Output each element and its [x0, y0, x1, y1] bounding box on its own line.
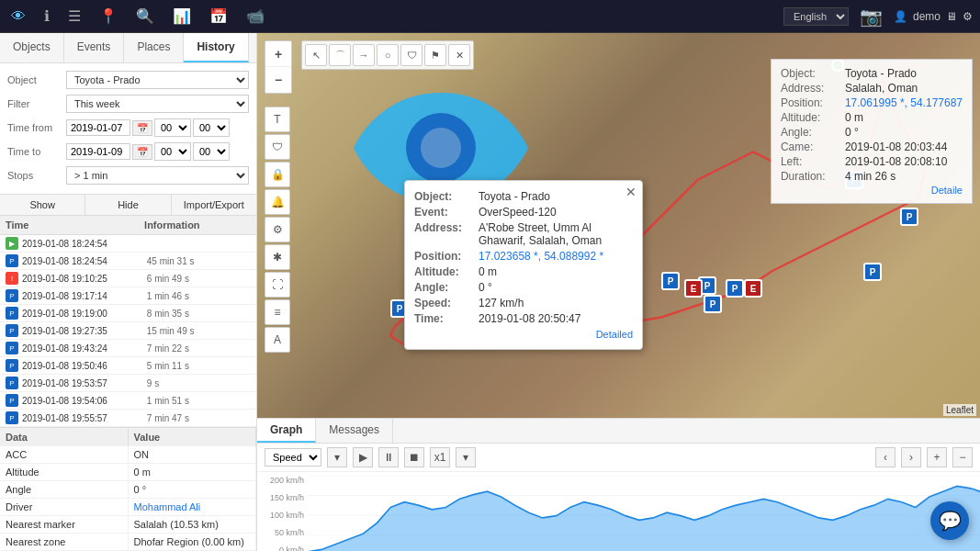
search-icon[interactable]: 🔍	[132, 4, 158, 28]
event-row[interactable]: P2019-01-08 18:24:5445 min 31 s	[0, 253, 256, 270]
e-marker-2[interactable]: E	[744, 279, 762, 298]
data-cell-value: ON	[129, 446, 257, 463]
chart-speed-btn[interactable]: x1	[430, 447, 450, 467]
time-from-min[interactable]: 00	[193, 118, 230, 137]
chart-stop-btn[interactable]: ⏹	[404, 447, 424, 467]
p-marker-3[interactable]: P	[661, 272, 680, 290]
event-info: 45 min 31 s	[147, 256, 251, 266]
map-tool-lock[interactable]: 🔒	[265, 162, 290, 187]
popup-close-btn[interactable]: ✕	[625, 185, 636, 199]
chart-plus-btn[interactable]: +	[927, 447, 947, 467]
hide-button[interactable]: Hide	[85, 195, 171, 215]
y-label-150: 150 km/h	[270, 493, 304, 502]
info-icon[interactable]: ℹ	[40, 4, 53, 28]
chart-pause-btn[interactable]: ⏸	[378, 447, 399, 467]
top-toolbar: 👁 ℹ ☰ 📍 🔍 📊 📅 📹 English 📷 👤 demo 🖥 ⚙	[0, 0, 980, 33]
ep2-marker[interactable]: P	[704, 295, 722, 313]
map-tool-fullscreen[interactable]: ⛶	[265, 272, 290, 298]
time-from-hour[interactable]: 00	[154, 118, 191, 137]
event-row[interactable]: P2019-01-08 19:53:579 s	[0, 375, 256, 392]
map-tool-arrow[interactable]: A	[265, 327, 290, 353]
chart-prev-btn[interactable]: ‹	[875, 447, 896, 467]
map-tool-shield[interactable]: 🛡	[265, 134, 290, 160]
arrow-btn[interactable]: →	[353, 44, 375, 66]
y-label-0: 0 km/h	[279, 545, 304, 551]
menu-icon[interactable]: ☰	[64, 4, 84, 28]
tab-history[interactable]: History	[184, 33, 248, 62]
circle-btn[interactable]: ○	[377, 44, 399, 66]
time-to-date[interactable]	[66, 143, 130, 160]
chat-bubble[interactable]: 💬	[930, 501, 969, 540]
data-cell-value: 0 m	[129, 464, 257, 480]
data-cell-value[interactable]: Mohammad Ali	[129, 499, 257, 515]
close-draw-btn[interactable]: ✕	[448, 44, 470, 66]
map-tool-asterisk[interactable]: ✱	[265, 244, 290, 270]
flag-btn[interactable]: ⚑	[424, 44, 446, 66]
event-icon: P	[6, 254, 18, 267]
stops-select[interactable]: > 1 min	[66, 166, 249, 185]
map-tool-bell[interactable]: 🔔	[265, 189, 290, 215]
map-tool-text[interactable]: T	[265, 107, 290, 132]
tab-objects[interactable]: Objects	[0, 33, 64, 62]
tab-messages[interactable]: Messages	[316, 419, 393, 443]
time-from-calendar-btn[interactable]: 📅	[132, 120, 152, 136]
e-marker-1[interactable]: E	[684, 279, 703, 298]
tab-events[interactable]: Events	[64, 33, 125, 62]
chart-speed-dropdown[interactable]: ▾	[456, 447, 476, 467]
time-to-calendar-btn[interactable]: 📅	[132, 144, 152, 160]
camera-nav-icon[interactable]: 📷	[860, 6, 883, 28]
chart-play-btn[interactable]: ▶	[353, 447, 373, 467]
event-row[interactable]: P2019-01-08 19:19:008 min 35 s	[0, 305, 256, 322]
settings-icon[interactable]: ⚙	[963, 10, 973, 23]
map-tools-left: T 🛡 🔒 🔔 ⚙ ✱ ⛶ ≡ A	[265, 107, 290, 353]
cursor-btn[interactable]: ↖	[305, 44, 327, 66]
popup-position-value[interactable]: 17.023658 *, 54.088992 *	[479, 250, 603, 263]
time-from-date[interactable]	[66, 119, 130, 136]
event-row[interactable]: P2019-01-08 19:43:247 min 22 s	[0, 340, 256, 357]
event-row[interactable]: P2019-01-08 19:50:465 min 11 s	[0, 357, 256, 375]
chart-dropdown-btn[interactable]: ▾	[327, 447, 347, 467]
event-row[interactable]: ▶2019-01-08 18:24:54	[0, 235, 256, 253]
filter-select[interactable]: This week	[66, 95, 249, 113]
show-button[interactable]: Show	[0, 195, 85, 215]
p-marker-5[interactable]: P	[900, 208, 918, 226]
event-row[interactable]: P2019-01-08 19:55:577 min 47 s	[0, 410, 256, 427]
chart-next-btn[interactable]: ›	[901, 447, 921, 467]
tab-places[interactable]: Places	[124, 33, 184, 62]
location-icon[interactable]: 📍	[96, 4, 121, 28]
info-position-value[interactable]: 17.061995 *, 54.177687	[845, 96, 963, 109]
map-container[interactable]: + − ↖ ⌒ → ○ 🛡 ⚑ ✕ T 🛡 🔒 🔔 ⚙ ✱ ⛶	[257, 33, 980, 418]
event-icon: P	[6, 411, 18, 424]
event-row[interactable]: !2019-01-08 19:10:256 min 49 s	[0, 270, 256, 287]
map-tool-layers[interactable]: ≡	[265, 299, 290, 325]
time-to-min[interactable]: 00	[193, 142, 230, 161]
p-marker-6[interactable]: P	[863, 263, 882, 281]
tab-graph[interactable]: Graph	[257, 419, 316, 443]
zoom-out-btn[interactable]: −	[265, 67, 291, 93]
shield-btn[interactable]: 🛡	[400, 44, 422, 66]
event-row[interactable]: P2019-01-08 19:27:3515 min 49 s	[0, 322, 256, 340]
zoom-in-btn[interactable]: +	[265, 41, 291, 67]
info-detailed-link[interactable]: Detaile	[781, 185, 963, 196]
chart-minus-btn[interactable]: −	[952, 447, 973, 467]
language-select[interactable]: English	[783, 7, 849, 26]
event-row[interactable]: P2019-01-08 19:17:141 min 46 s	[0, 287, 256, 305]
event-icon: !	[6, 272, 18, 285]
map-tool-gear[interactable]: ⚙	[265, 217, 290, 242]
popup-address-label: Address:	[414, 221, 479, 247]
arc-btn[interactable]: ⌒	[329, 44, 351, 66]
event-row[interactable]: P2019-01-08 19:54:061 min 51 s	[0, 392, 256, 410]
import-export-button[interactable]: Import/Export	[172, 195, 256, 215]
calendar-icon[interactable]: 📅	[206, 4, 231, 28]
object-select[interactable]: Toyota - Prado	[66, 71, 249, 89]
list-header-info: Information	[139, 216, 256, 234]
history-form: Object Toyota - Prado Filter This week T…	[0, 63, 256, 194]
chart-data-select[interactable]: Speed	[265, 448, 321, 467]
camera-icon[interactable]: 📹	[242, 4, 268, 28]
chart-icon[interactable]: 📊	[169, 4, 195, 28]
ep-marker[interactable]: P	[726, 279, 744, 298]
popup-detailed-link[interactable]: Detailed	[414, 329, 633, 340]
data-cell-key: Altitude	[0, 464, 129, 480]
time-to-hour[interactable]: 00	[154, 142, 191, 161]
eye-icon[interactable]: 👁	[7, 5, 29, 28]
